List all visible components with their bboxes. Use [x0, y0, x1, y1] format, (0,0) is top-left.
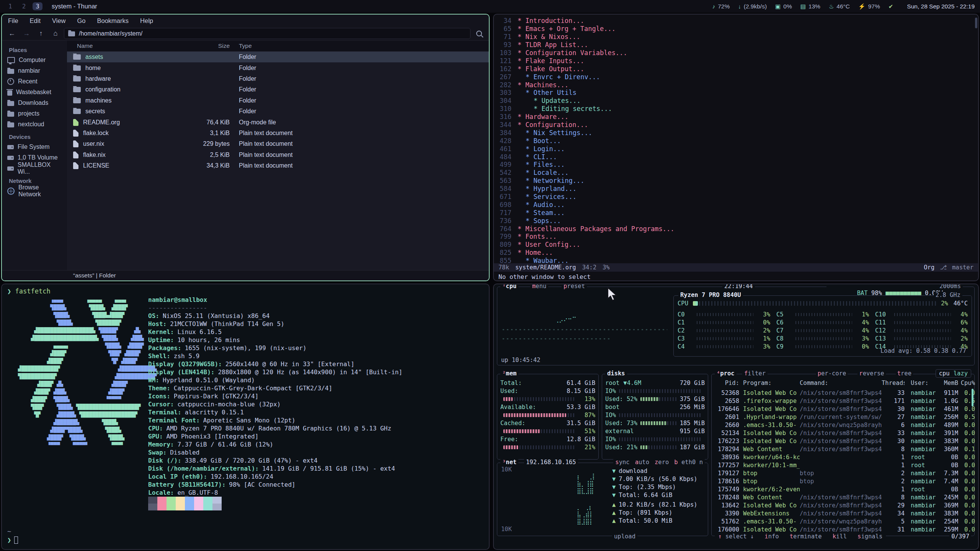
status-module[interactable]: ↓ (2.9kb/s) — [738, 3, 767, 10]
status-module[interactable]: ⚡ 97% — [858, 3, 880, 10]
cpu-box-title[interactable]: ¹cpu — [500, 284, 518, 290]
process-row[interactable]: 178294 Web Content /nix/store/sm8fnrf3wp… — [715, 445, 970, 453]
process-hint[interactable]: ↑ select ↓ — [717, 533, 755, 540]
sidebar-entry[interactable]: Devices — [2, 130, 67, 142]
update-interval[interactable]: 2000ms — [938, 284, 963, 290]
process-row[interactable]: 51762 .emacs-31.0.50- /nix/store/wnqz5pa… — [715, 517, 970, 525]
column-header-size[interactable]: Size — [199, 42, 230, 49]
file-row[interactable]: secrets Folder — [67, 106, 489, 117]
process-row[interactable]: 2658 .firefox-wrappe /nix/store/sm8fnrf3… — [715, 397, 970, 405]
file-row[interactable]: machines Folder — [67, 95, 489, 106]
net-option[interactable]: sync — [615, 459, 629, 466]
menu-item[interactable]: Edit — [30, 17, 41, 24]
sidebar-entry[interactable]: nextcloud — [2, 119, 67, 130]
proc-option[interactable]: reverse — [858, 370, 885, 377]
file-row[interactable]: hardware Folder — [67, 73, 489, 84]
column-header-type[interactable]: Type — [230, 42, 489, 49]
status-module[interactable]: Sun, 28 Sep 2025 - 22:19 — [904, 3, 975, 10]
proc-box-title[interactable]: ⁴proc — [715, 370, 737, 377]
sidebar-entry[interactable]: Computer — [2, 55, 67, 65]
back-button[interactable]: ← — [6, 28, 18, 39]
preset-button[interactable]: preset — [562, 284, 587, 290]
workspace-button[interactable]: 2 — [19, 2, 29, 10]
menu-item[interactable]: Go — [77, 17, 86, 24]
workspace-button[interactable]: 1 — [5, 2, 15, 10]
filter-button[interactable]: filter — [742, 370, 768, 377]
sidebar-entry[interactable]: Recent — [2, 76, 67, 87]
menu-item[interactable]: View — [52, 17, 65, 24]
file-row[interactable]: flake.nix 2,5 KiB Plain text document — [67, 150, 489, 160]
path-bar[interactable]: /home/nambiar/system/ — [64, 28, 470, 39]
process-row[interactable]: 2660 .emacs-31.0.50- /nix/store/wnqz5pa8… — [715, 421, 970, 429]
header-threads[interactable]: Threads: — [882, 380, 905, 386]
process-row[interactable]: 176223 Isolated Web Co /nix/store/sm8fnr… — [715, 437, 970, 445]
emacs-scrollbar[interactable] — [975, 18, 977, 28]
proc-option[interactable]: tree — [896, 370, 913, 377]
process-program: .firefox-wrappe — [743, 398, 800, 404]
process-row[interactable]: 179127 btop btop 2 nambiar 7.3M 0.0 — [715, 469, 970, 477]
search-button[interactable] — [473, 28, 485, 39]
file-row[interactable]: README.org 76,4 KiB Org-mode file — [67, 117, 489, 127]
net-option[interactable]: zero — [655, 459, 669, 466]
process-hint[interactable]: signals — [856, 533, 884, 540]
status-module[interactable]: ▣ 0% — [775, 3, 792, 10]
menu-item[interactable]: Help — [140, 17, 153, 24]
process-hint[interactable]: info — [763, 533, 780, 540]
status-module[interactable]: ✔ — [889, 3, 896, 10]
shell-prompt[interactable]: ❯ — [7, 536, 18, 544]
process-scrollbar[interactable] — [972, 389, 973, 406]
process-row[interactable]: 176646 Isolated Web Co /nix/store/sm8fnr… — [715, 405, 970, 413]
process-row[interactable]: 3390 WebExtensions /nix/store/sm8fnrf3wp… — [715, 509, 970, 517]
up-button[interactable]: ↑ — [35, 28, 47, 39]
header-mem[interactable]: MemB — [936, 380, 958, 386]
mem-box-title[interactable]: ²mem — [500, 370, 518, 377]
home-button[interactable]: ⌂ — [49, 28, 62, 39]
menu-item[interactable]: Bookmarks — [97, 17, 129, 24]
header-user[interactable]: User: — [905, 380, 936, 386]
net-option[interactable]: auto — [635, 459, 649, 466]
process-hint[interactable]: terminate — [788, 533, 823, 540]
file-row[interactable]: configuration Folder — [67, 84, 489, 95]
menu-button[interactable]: menu — [530, 284, 548, 290]
sort-selector[interactable]: cpulazy — [936, 369, 971, 378]
header-command[interactable]: Command: — [800, 380, 882, 386]
process-row[interactable]: 176000 Isolated Web Co /nix/store/sm8fnr… — [715, 525, 970, 533]
file-row[interactable]: home Folder — [67, 62, 489, 73]
sidebar-entry[interactable]: File System — [2, 142, 67, 152]
sidebar-entry[interactable]: Wastebasket — [2, 87, 67, 98]
file-row[interactable]: assets Folder — [67, 52, 489, 62]
sidebar-entry[interactable]: Downloads — [2, 98, 67, 108]
forward-button[interactable]: → — [20, 28, 33, 39]
process-row[interactable]: 13642 Isolated Web Co /nix/store/sm8fnrf… — [715, 501, 970, 509]
status-module[interactable]: ♪ 72% — [712, 3, 730, 10]
sidebar-entry[interactable]: Places — [2, 43, 67, 55]
process-row[interactable]: 178248 Web Content /nix/store/sm8fnrf3wp… — [715, 493, 970, 501]
menu-item[interactable]: File — [8, 17, 18, 24]
sidebar-entry[interactable]: projects — [2, 108, 67, 119]
sidebar-entry[interactable]: SMALLBOX Wi... — [2, 163, 67, 174]
file-row[interactable]: LICENSE 34,3 KiB Plain text document — [67, 160, 489, 171]
header-cpu[interactable]: Cpu% — [958, 380, 975, 386]
status-module[interactable]: ▤ 13% — [800, 3, 820, 10]
process-row[interactable]: 175749 kworker/6:2-even 1 root 0B 0.0 — [715, 485, 970, 493]
sidebar-entry[interactable]: nambiar — [2, 65, 67, 76]
process-hint[interactable]: kill — [831, 533, 848, 540]
process-row[interactable]: 178616 btop btop 2 nambiar 7.4M 0.0 — [715, 477, 970, 485]
file-row[interactable]: user.nix 229 bytes Plain text document — [67, 139, 489, 149]
proc-option[interactable]: per-core — [816, 370, 848, 377]
process-row[interactable]: 38936 kworker/u64:6-kc 1 root 0B 0.0 — [715, 453, 970, 461]
header-program[interactable]: Program: — [743, 380, 800, 386]
workspace-button[interactable]: 3 — [33, 2, 42, 10]
file-row[interactable]: flake.lock 3,1 KiB Plain text document — [67, 128, 489, 139]
process-row[interactable]: 52134 Isolated Web Co /nix/store/sm8fnrf… — [715, 429, 970, 437]
sidebar-entry[interactable]: Browse Network — [2, 186, 67, 196]
net-option[interactable]: b eth0 n — [674, 459, 703, 466]
header-pid[interactable]: Pid: — [715, 380, 739, 386]
net-box-title[interactable]: ³net — [500, 459, 518, 466]
process-row[interactable]: 52368 Isolated Web Co /nix/store/sm8fnrf… — [715, 389, 970, 397]
column-header-name[interactable]: Name — [67, 42, 199, 49]
status-module[interactable]: ♨ 46°C — [829, 3, 850, 10]
process-row[interactable]: 2601 .Hyprland-wrapp /run/current-system… — [715, 413, 970, 421]
process-row[interactable]: 177257 kworker/10:1-mm_ 1 root 0B 0.0 — [715, 461, 970, 469]
disks-box-title[interactable]: disks — [605, 370, 627, 377]
